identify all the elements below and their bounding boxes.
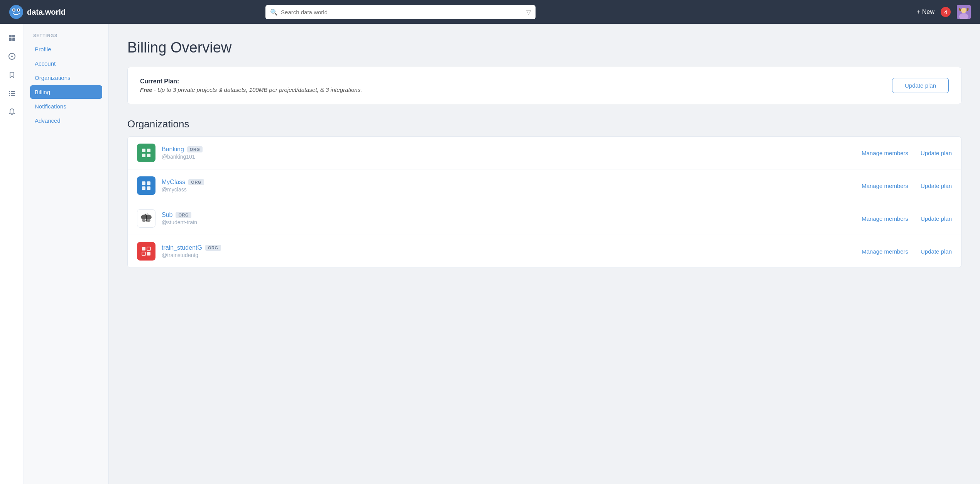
- org-row-myclass: MyClass ORG @myclass Manage members Upda…: [128, 169, 961, 202]
- svg-rect-13: [12, 38, 15, 41]
- main-content: Billing Overview Current Plan: Free - Up…: [109, 24, 980, 484]
- sidebar-item-notifications[interactable]: Notifications: [30, 100, 102, 113]
- manage-members-banking[interactable]: Manage members: [862, 150, 908, 156]
- svg-rect-17: [11, 91, 15, 92]
- filter-icon[interactable]: ▽: [526, 8, 531, 16]
- org-name-trainstudentg[interactable]: train_studentG: [162, 244, 202, 251]
- org-info-myclass: MyClass ORG @myclass: [162, 179, 862, 193]
- organizations-section-title: Organizations: [127, 118, 961, 130]
- settings-sidebar: SETTINGS Profile Account Organizations B…: [24, 24, 109, 484]
- svg-rect-38: [147, 252, 150, 256]
- search-bar: 🔍 ▽: [265, 5, 536, 19]
- org-info-trainstudentg: train_studentG ORG @trainstudentg: [162, 244, 862, 258]
- app-layout: SETTINGS Profile Account Organizations B…: [0, 24, 980, 484]
- org-handle-trainstudentg: @trainstudentg: [162, 252, 862, 258]
- bookmark-icon: [8, 71, 16, 79]
- svg-rect-36: [147, 247, 150, 250]
- svg-rect-27: [147, 181, 150, 185]
- org-handle-myclass: @myclass: [162, 186, 862, 193]
- svg-rect-26: [142, 181, 145, 185]
- trainstudentg-avatar-icon: [141, 246, 152, 257]
- update-plan-trainstudentg[interactable]: Update plan: [921, 248, 952, 255]
- svg-point-15: [11, 56, 13, 57]
- org-badge-myclass: ORG: [188, 179, 204, 185]
- org-actions-myclass: Manage members Update plan: [862, 183, 952, 189]
- compass-icon: [8, 52, 16, 60]
- plan-info: Current Plan: Free - Up to 3 private pro…: [140, 78, 362, 93]
- svg-point-4: [18, 9, 19, 11]
- sidebar-icon-grid[interactable]: [4, 30, 20, 46]
- org-name-row-trainstudentg: train_studentG ORG: [162, 244, 862, 251]
- organizations-list: Banking ORG @banking101 Manage members U…: [127, 136, 961, 268]
- svg-rect-24: [142, 154, 145, 157]
- sidebar-item-organizations[interactable]: Organizations: [30, 71, 102, 85]
- svg-rect-11: [12, 35, 15, 37]
- update-plan-button[interactable]: Update plan: [892, 78, 949, 93]
- sidebar-icon-list[interactable]: [4, 86, 20, 101]
- topnav: data.world 🔍 ▽ + New 4: [0, 0, 980, 24]
- list-icon: [8, 90, 16, 97]
- org-name-myclass[interactable]: MyClass: [162, 179, 185, 186]
- org-name-banking[interactable]: Banking: [162, 146, 184, 153]
- org-row-trainstudentg: train_studentG ORG @trainstudentg Manage…: [128, 235, 961, 267]
- logo-text: data.world: [27, 8, 66, 17]
- org-row-sub: Sub ORG @student-train Manage members Up…: [128, 202, 961, 235]
- bell-icon: [8, 108, 16, 116]
- sidebar-item-billing[interactable]: Billing: [30, 85, 102, 99]
- sidebar-item-account[interactable]: Account: [30, 57, 102, 70]
- svg-rect-12: [9, 38, 12, 41]
- svg-rect-21: [11, 95, 15, 96]
- svg-rect-16: [9, 91, 10, 92]
- update-plan-myclass[interactable]: Update plan: [921, 183, 952, 189]
- org-info-banking: Banking ORG @banking101: [162, 146, 862, 160]
- org-badge-banking: ORG: [187, 146, 203, 152]
- banking-avatar-icon: [141, 147, 152, 158]
- org-name-row-banking: Banking ORG: [162, 146, 862, 153]
- plan-card: Current Plan: Free - Up to 3 private pro…: [127, 67, 961, 104]
- settings-section-label: SETTINGS: [30, 33, 102, 38]
- avatar[interactable]: [957, 5, 971, 19]
- org-avatar-myclass: [137, 176, 155, 195]
- svg-rect-23: [147, 149, 150, 152]
- svg-rect-10: [9, 35, 12, 37]
- manage-members-myclass[interactable]: Manage members: [862, 183, 908, 189]
- update-plan-banking[interactable]: Update plan: [921, 150, 952, 156]
- search-icon: 🔍: [270, 8, 278, 16]
- plan-description: Free - Up to 3 private projects & datase…: [140, 86, 362, 93]
- manage-members-sub[interactable]: Manage members: [862, 215, 908, 222]
- svg-rect-18: [9, 93, 10, 94]
- org-name-sub[interactable]: Sub: [162, 212, 172, 218]
- page-title: Billing Overview: [127, 39, 961, 56]
- icon-sidebar: [0, 24, 24, 484]
- sidebar-item-profile[interactable]: Profile: [30, 42, 102, 56]
- svg-rect-19: [11, 93, 15, 94]
- topnav-right: + New 4: [917, 5, 971, 19]
- manage-members-trainstudentg[interactable]: Manage members: [862, 248, 908, 255]
- logo[interactable]: data.world: [9, 5, 66, 19]
- svg-rect-22: [142, 149, 145, 152]
- svg-rect-34: [146, 215, 147, 222]
- org-badge-trainstudentg: ORG: [205, 245, 221, 251]
- grid-icon: [8, 34, 16, 42]
- update-plan-sub[interactable]: Update plan: [921, 215, 952, 222]
- sidebar-icon-bookmark[interactable]: [4, 67, 20, 83]
- svg-rect-35: [142, 247, 145, 250]
- svg-point-0: [9, 5, 23, 19]
- myclass-avatar-icon: [141, 180, 152, 191]
- org-avatar-sub: [137, 209, 155, 228]
- sidebar-item-advanced[interactable]: Advanced: [30, 114, 102, 127]
- new-button[interactable]: + New: [917, 8, 934, 15]
- svg-point-6: [961, 8, 966, 13]
- svg-point-3: [13, 9, 15, 11]
- org-actions-sub: Manage members Update plan: [862, 215, 952, 222]
- sidebar-icon-compass[interactable]: [4, 49, 20, 64]
- search-input[interactable]: [265, 5, 536, 19]
- svg-rect-37: [142, 252, 145, 256]
- org-badge-sub: ORG: [176, 212, 191, 218]
- notification-badge[interactable]: 4: [941, 7, 951, 17]
- svg-rect-20: [9, 95, 10, 96]
- svg-rect-25: [147, 154, 150, 157]
- org-handle-sub: @student-train: [162, 219, 862, 225]
- sidebar-icon-bell[interactable]: [4, 104, 20, 120]
- org-handle-banking: @banking101: [162, 154, 862, 160]
